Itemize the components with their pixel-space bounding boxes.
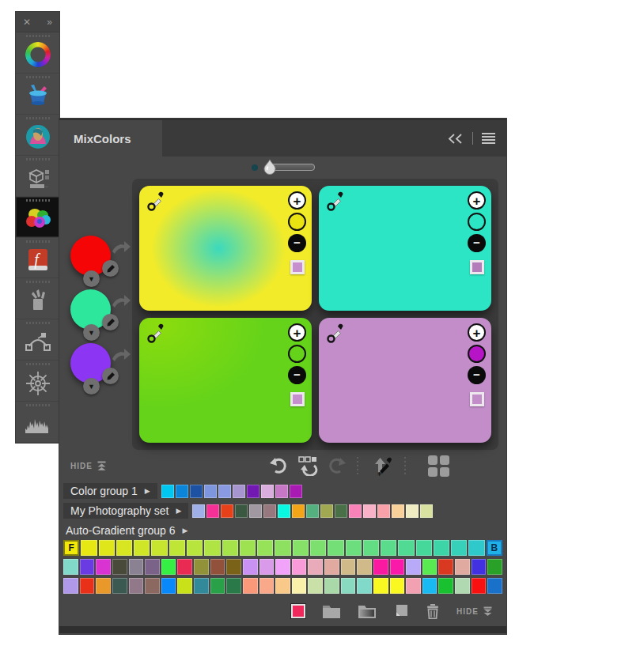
swatch[interactable] bbox=[259, 559, 275, 575]
swatch[interactable] bbox=[377, 504, 390, 518]
swatch[interactable] bbox=[112, 559, 127, 575]
swatch[interactable] bbox=[406, 578, 421, 594]
pick-color-button[interactable] bbox=[102, 368, 119, 384]
swatch[interactable] bbox=[398, 540, 414, 556]
color-options-button[interactable]: ▼ bbox=[83, 324, 100, 341]
swatch-grid-view-icon[interactable] bbox=[428, 455, 449, 477]
add-color-button[interactable]: + bbox=[288, 191, 306, 210]
color-options-button[interactable]: ▼ bbox=[83, 270, 100, 287]
add-color-button[interactable]: + bbox=[468, 191, 486, 210]
mix-well-top-right[interactable]: + − bbox=[319, 186, 491, 311]
swatch[interactable] bbox=[451, 540, 467, 556]
tool-cube-color-picker[interactable] bbox=[16, 156, 59, 197]
swatch[interactable] bbox=[341, 578, 356, 594]
add-color-button[interactable]: + bbox=[468, 323, 486, 342]
folder-icon[interactable] bbox=[322, 603, 341, 619]
tool-magic-brushes[interactable] bbox=[16, 74, 59, 115]
remove-color-button[interactable]: − bbox=[288, 366, 306, 384]
swatch[interactable] bbox=[292, 559, 307, 575]
stored-color-chip[interactable] bbox=[470, 392, 484, 406]
swatch[interactable] bbox=[176, 485, 188, 498]
swatch[interactable] bbox=[373, 559, 388, 575]
swatch[interactable] bbox=[249, 504, 262, 518]
tool-font-book[interactable]: f bbox=[16, 238, 59, 279]
apply-color-arrow-icon[interactable] bbox=[111, 239, 131, 256]
tool-bezier-pen[interactable] bbox=[16, 319, 59, 361]
swatch[interactable] bbox=[206, 504, 219, 518]
swatch[interactable] bbox=[145, 559, 160, 575]
folder-gradient-icon[interactable] bbox=[358, 603, 377, 619]
swatch[interactable] bbox=[129, 578, 144, 594]
swatch[interactable] bbox=[363, 504, 376, 518]
new-swatch-icon[interactable] bbox=[393, 603, 409, 619]
swatch[interactable] bbox=[96, 578, 111, 594]
swatch[interactable] bbox=[222, 540, 238, 556]
swatch[interactable] bbox=[310, 540, 326, 556]
swatch[interactable] bbox=[487, 559, 502, 575]
swatch[interactable] bbox=[134, 540, 150, 556]
swatch[interactable] bbox=[455, 559, 470, 575]
swatch[interactable] bbox=[240, 540, 256, 556]
swatch[interactable] bbox=[112, 578, 127, 594]
swatch[interactable] bbox=[169, 540, 185, 556]
swatch[interactable] bbox=[335, 504, 347, 518]
swatch[interactable] bbox=[63, 578, 78, 594]
background-swatch[interactable]: B bbox=[487, 540, 502, 556]
swatch[interactable] bbox=[177, 578, 192, 594]
tool-mixcolors[interactable] bbox=[16, 197, 59, 238]
eyedropper-icon[interactable] bbox=[325, 323, 347, 345]
apply-color-arrow-icon[interactable] bbox=[111, 346, 131, 364]
swatch[interactable] bbox=[416, 540, 432, 556]
color-options-button[interactable]: ▼ bbox=[83, 378, 100, 395]
mix-well-top-left[interactable]: + − bbox=[139, 186, 312, 311]
swatch[interactable] bbox=[420, 504, 433, 518]
tab-mixcolors[interactable]: MixColors bbox=[59, 120, 162, 157]
swatch[interactable] bbox=[390, 578, 405, 594]
swatch[interactable] bbox=[422, 559, 438, 575]
pick-color-button[interactable] bbox=[102, 260, 119, 277]
hide-mixer-button[interactable]: HIDE bbox=[70, 461, 107, 471]
swatch[interactable] bbox=[190, 485, 203, 498]
swatch[interactable] bbox=[472, 578, 487, 594]
swatch[interactable] bbox=[210, 559, 225, 575]
swatch[interactable] bbox=[346, 540, 362, 556]
eyedropper-icon[interactable] bbox=[146, 191, 168, 213]
swatch[interactable] bbox=[324, 559, 339, 575]
swatch[interactable] bbox=[275, 578, 290, 594]
swatch[interactable] bbox=[161, 578, 176, 594]
stored-color-chip[interactable] bbox=[290, 260, 305, 274]
swatch[interactable] bbox=[434, 540, 449, 556]
swatch[interactable] bbox=[187, 540, 203, 556]
swatch[interactable] bbox=[275, 540, 290, 556]
swatch[interactable] bbox=[406, 559, 421, 575]
pick-color-button[interactable] bbox=[102, 314, 119, 330]
swatch[interactable] bbox=[129, 559, 144, 575]
swatch[interactable] bbox=[221, 504, 233, 518]
swatch[interactable] bbox=[263, 504, 276, 518]
current-color-swatch[interactable] bbox=[291, 604, 305, 618]
current-mix-color[interactable] bbox=[288, 213, 306, 231]
swatch[interactable] bbox=[381, 540, 396, 556]
swatch[interactable] bbox=[161, 485, 174, 498]
swatch[interactable] bbox=[63, 559, 78, 575]
swatch[interactable] bbox=[194, 578, 209, 594]
swatch[interactable] bbox=[308, 578, 323, 594]
hide-library-button[interactable]: HIDE bbox=[456, 606, 493, 617]
swatch[interactable] bbox=[275, 559, 290, 575]
mix-well-bottom-right[interactable]: + − bbox=[319, 318, 491, 443]
swatch[interactable] bbox=[320, 504, 333, 518]
current-mix-color[interactable] bbox=[468, 213, 486, 231]
swatch[interactable] bbox=[357, 559, 372, 575]
swatch[interactable] bbox=[292, 504, 305, 518]
trash-icon[interactable] bbox=[426, 603, 440, 619]
swatch[interactable] bbox=[308, 559, 323, 575]
mix-well-bottom-left[interactable]: + − bbox=[139, 318, 312, 443]
swatch[interactable] bbox=[259, 578, 275, 594]
swatch[interactable] bbox=[204, 485, 217, 498]
swatch[interactable] bbox=[390, 559, 405, 575]
swatch[interactable] bbox=[243, 578, 258, 594]
swatch[interactable] bbox=[210, 578, 225, 594]
swatch[interactable] bbox=[151, 540, 167, 556]
droplet-slider-handle[interactable] bbox=[263, 159, 277, 175]
collapse-panel-icon[interactable] bbox=[448, 133, 464, 145]
